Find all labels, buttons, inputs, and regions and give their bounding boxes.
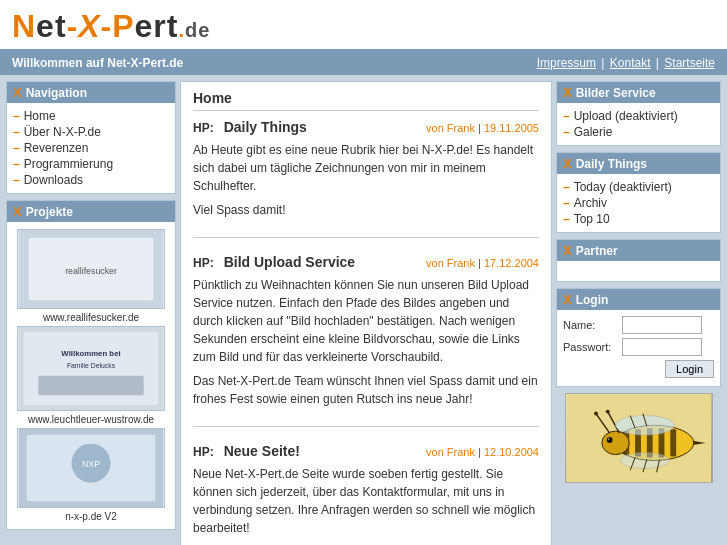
post-1-p1: Ab Heute gibt es eine neue Rubrik hier b… xyxy=(193,141,539,195)
logo-et: et xyxy=(36,8,66,44)
bilder-service-header: X Bilder Service xyxy=(557,82,720,103)
login-section: X Login Name: Passwort: Login xyxy=(556,288,721,387)
post-3-header: HP: Neue Seite! von Frank | 12.10.2004 xyxy=(193,443,539,459)
post-2-by: von Frank xyxy=(426,257,475,269)
post-3-by: von Frank xyxy=(426,446,475,458)
navigation-title: Navigation xyxy=(26,86,87,100)
right-sidebar: X Bilder Service Upload (deaktiviert) Ga… xyxy=(556,81,721,545)
logo-n: N xyxy=(12,8,36,44)
post-3: HP: Neue Seite! von Frank | 12.10.2004 N… xyxy=(193,443,539,545)
proj-x-icon: X xyxy=(13,204,22,219)
daily-things-title: Daily Things xyxy=(576,157,647,171)
svg-rect-19 xyxy=(670,429,676,456)
header: Net-X-Pert.de xyxy=(0,0,727,51)
logo-dash2: - xyxy=(101,8,113,44)
password-label: Passwort: xyxy=(563,341,618,353)
post-2-p1: Pünktlich zu Weihnachten können Sie nun … xyxy=(193,276,539,366)
post-3-title: Neue Seite! xyxy=(224,443,300,459)
name-row: Name: xyxy=(563,316,714,334)
post-2-header: HP: Bild Upload Service von Frank | 17.1… xyxy=(193,254,539,270)
navigation-header: X Navigation xyxy=(7,82,175,103)
nav-reverenzen[interactable]: Reverenzen xyxy=(13,140,169,156)
login-header: X Login xyxy=(557,289,720,310)
bilder-x-icon: X xyxy=(563,85,572,100)
project-img-3[interactable]: NXP xyxy=(17,428,165,508)
project-img-1[interactable]: reallifesucker xyxy=(17,229,165,309)
svg-text:Willkommen bei: Willkommen bei xyxy=(61,349,120,358)
project-label-1: www.reallifesucker.de xyxy=(11,312,171,323)
partner-header: X Partner xyxy=(557,240,720,261)
post-2: HP: Bild Upload Service von Frank | 17.1… xyxy=(193,254,539,427)
post-2-body: Pünktlich zu Weihnachten können Sie nun … xyxy=(193,276,539,408)
post-2-hp: HP: xyxy=(193,256,214,270)
daily-things-header: X Daily Things xyxy=(557,153,720,174)
post-1-by: von Frank xyxy=(426,122,475,134)
post-2-title: Bild Upload Service xyxy=(224,254,355,270)
projects-header: X Projekte xyxy=(7,201,175,222)
logo-ert: ert xyxy=(135,8,179,44)
post-1-meta: von Frank | 19.11.2005 xyxy=(426,122,539,134)
logo-x: X xyxy=(78,8,100,44)
projects-title: Projekte xyxy=(26,205,73,219)
partner-title: Partner xyxy=(576,244,618,258)
post-3-body: Neue Net-X-Pert.de Seite wurde soeben fe… xyxy=(193,465,539,545)
nav-programmierung[interactable]: Programmierung xyxy=(13,156,169,172)
svg-text:reallifesucker: reallifesucker xyxy=(65,266,117,276)
site-logo: Net-X-Pert.de xyxy=(12,8,715,45)
logo-de: de xyxy=(185,19,210,41)
svg-point-25 xyxy=(605,410,609,414)
nav-home[interactable]: Home xyxy=(13,108,169,124)
svg-text:Familie Delucks: Familie Delucks xyxy=(67,362,116,369)
projects-section: X Projekte reallifesucker www.reallifesu… xyxy=(6,200,176,530)
post-1-header: HP: Daily Things von Frank | 19.11.2005 xyxy=(193,119,539,135)
partner-content xyxy=(557,261,720,281)
kontakt-link[interactable]: Kontakt xyxy=(610,56,651,70)
welcome-text: Willkommen auf Net-X-Pert.de xyxy=(12,56,183,70)
post-3-date: 12.10.2004 xyxy=(484,446,539,458)
post-3-hp: HP: xyxy=(193,445,214,459)
svg-point-30 xyxy=(607,438,609,440)
galerie-link[interactable]: Galerie xyxy=(563,124,714,140)
left-sidebar: X Navigation Home Über N-X-P.de Reverenz… xyxy=(6,81,176,545)
name-label: Name: xyxy=(563,319,618,331)
main-layout: X Navigation Home Über N-X-P.de Reverenz… xyxy=(0,75,727,545)
svg-rect-7 xyxy=(38,376,143,396)
password-input[interactable] xyxy=(622,338,702,356)
password-row: Passwort: xyxy=(563,338,714,356)
nav-downloads[interactable]: Downloads xyxy=(13,172,169,188)
today-link[interactable]: Today (deaktiviert) xyxy=(563,179,714,195)
svg-text:NXP: NXP xyxy=(82,459,100,469)
startseite-link[interactable]: Startseite xyxy=(664,56,715,70)
archiv-link[interactable]: Archiv xyxy=(563,195,714,211)
project-img-2[interactable]: Willkommen bei Familie Delucks xyxy=(17,326,165,411)
post-1: HP: Daily Things von Frank | 19.11.2005 … xyxy=(193,119,539,238)
daily-things-content: Today (deaktiviert) Archiv Top 10 xyxy=(557,174,720,232)
post-2-date: 17.12.2004 xyxy=(484,257,539,269)
svg-point-29 xyxy=(606,437,612,443)
post-3-p1: Neue Net-X-Pert.de Seite wurde soeben fe… xyxy=(193,465,539,537)
post-1-title: Daily Things xyxy=(224,119,307,135)
logo-dash1: - xyxy=(67,8,79,44)
upload-link[interactable]: Upload (deaktiviert) xyxy=(563,108,714,124)
nav-x-icon: X xyxy=(13,85,22,100)
page-title: Home xyxy=(193,90,539,111)
post-1-p2: Viel Spass damit! xyxy=(193,201,539,219)
bilder-service-section: X Bilder Service Upload (deaktiviert) Ga… xyxy=(556,81,721,146)
nav-uber[interactable]: Über N-X-P.de xyxy=(13,124,169,140)
name-input[interactable] xyxy=(622,316,702,334)
top10-link[interactable]: Top 10 xyxy=(563,211,714,227)
daily-things-section: X Daily Things Today (deaktiviert) Archi… xyxy=(556,152,721,233)
partner-x-icon: X xyxy=(563,243,572,258)
nav-links: Impressum | Kontakt | Startseite xyxy=(537,56,715,70)
partner-section: X Partner xyxy=(556,239,721,282)
logo-p: P xyxy=(112,8,134,44)
post-2-meta: von Frank | 17.12.2004 xyxy=(426,257,539,269)
login-button[interactable]: Login xyxy=(665,360,714,378)
svg-point-24 xyxy=(594,412,598,416)
post-1-hp: HP: xyxy=(193,121,214,135)
post-1-date: 19.11.2005 xyxy=(484,122,539,134)
daily-x-icon: X xyxy=(563,156,572,171)
navigation-content: Home Über N-X-P.de Reverenzen Programmie… xyxy=(7,103,175,193)
wasp-image-section xyxy=(556,393,721,483)
impressum-link[interactable]: Impressum xyxy=(537,56,596,70)
